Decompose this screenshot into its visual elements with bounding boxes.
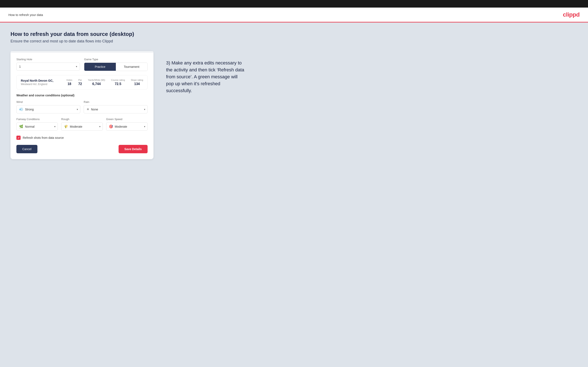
tournament-button[interactable]: Tournament bbox=[116, 63, 147, 71]
starting-hole-select[interactable]: 1 10 bbox=[17, 63, 80, 70]
rain-label: Rain bbox=[84, 100, 147, 103]
green-speed-icon: 🎯 bbox=[109, 125, 113, 128]
button-row: Cancel Save Details bbox=[16, 145, 147, 153]
wind-dropdown[interactable]: 💨 Strong ▾ bbox=[16, 105, 80, 113]
green-speed-chevron-icon: ▾ bbox=[144, 125, 145, 128]
rain-chevron-icon: ▾ bbox=[144, 108, 145, 111]
refresh-label: Refresh shots from data source bbox=[23, 136, 64, 139]
par-stat: Par 72 bbox=[78, 79, 82, 86]
main-content: How to refresh your data from source (de… bbox=[0, 23, 588, 367]
wind-icon: 💨 bbox=[19, 107, 23, 111]
fairway-group: Fairway Conditions 🌿 Normal ▾ bbox=[16, 117, 58, 131]
page-subheading: Ensure the correct and most up to date d… bbox=[10, 39, 578, 43]
holes-label: Holes bbox=[66, 79, 72, 81]
green-speed-value: Moderate bbox=[115, 125, 140, 128]
holes-stat: Holes 18 bbox=[66, 79, 72, 86]
header: How to refresh your data clippd bbox=[0, 8, 588, 23]
holes-value: 18 bbox=[66, 82, 72, 86]
course-location: Westward Ho!, England bbox=[21, 83, 53, 86]
course-rating-label: Course rating bbox=[111, 79, 125, 81]
course-stats: Holes 18 Par 72 Yards/White (M)) 6,744 C… bbox=[66, 79, 143, 86]
green-speed-group: Green Speed 🎯 Moderate ▾ bbox=[106, 117, 147, 131]
course-name: Royal North Devon GC, bbox=[21, 79, 53, 82]
rain-dropdown[interactable]: ☀ None ▾ bbox=[84, 105, 147, 113]
refresh-checkbox[interactable] bbox=[16, 136, 21, 140]
cancel-button[interactable]: Cancel bbox=[16, 145, 37, 153]
rain-icon: ☀ bbox=[86, 107, 89, 111]
form-card: Starting Hole 1 10 ▾ Game Type Practice … bbox=[10, 51, 154, 159]
rough-group: Rough 🌾 Moderate ▾ bbox=[61, 117, 103, 131]
course-name-location: Royal North Devon GC, Westward Ho!, Engl… bbox=[21, 79, 53, 86]
fairway-chevron-icon: ▾ bbox=[54, 125, 55, 128]
rough-dropdown[interactable]: 🌾 Moderate ▾ bbox=[61, 122, 103, 131]
wind-value: Strong bbox=[25, 108, 72, 111]
rough-chevron-icon: ▾ bbox=[99, 125, 101, 128]
slope-rating-stat: Slope rating 134 bbox=[131, 79, 143, 86]
fairway-icon: 🌿 bbox=[19, 125, 23, 128]
wind-group: Wind 💨 Strong ▾ bbox=[16, 100, 80, 113]
side-text: 3) Make any extra edits necessary to the… bbox=[166, 51, 246, 94]
fairway-label: Fairway Conditions bbox=[16, 117, 58, 121]
rain-group: Rain ☀ None ▾ bbox=[84, 100, 147, 113]
conditions-title: Weather and course conditions (optional) bbox=[16, 94, 147, 97]
top-bar bbox=[0, 0, 588, 8]
save-details-button[interactable]: Save Details bbox=[119, 145, 148, 153]
starting-hole-game-type-row: Starting Hole 1 10 ▾ Game Type Practice … bbox=[16, 58, 147, 71]
starting-hole-label: Starting Hole bbox=[16, 58, 80, 61]
rough-label: Rough bbox=[61, 117, 103, 121]
course-rating-stat: Course rating 72.5 bbox=[111, 79, 125, 86]
content-row: Starting Hole 1 10 ▾ Game Type Practice … bbox=[10, 51, 578, 159]
refresh-checkbox-row: Refresh shots from data source bbox=[16, 136, 147, 140]
game-type-label: Game Type bbox=[84, 58, 147, 61]
header-title: How to refresh your data bbox=[9, 13, 43, 17]
practice-button[interactable]: Practice bbox=[84, 63, 116, 71]
par-value: 72 bbox=[78, 82, 82, 86]
green-speed-label: Green Speed bbox=[106, 117, 147, 121]
game-type-buttons: Practice Tournament bbox=[84, 63, 147, 71]
card-top-bar bbox=[10, 51, 154, 53]
par-label: Par bbox=[78, 79, 82, 81]
course-rating-value: 72.5 bbox=[111, 82, 125, 86]
rain-value: None bbox=[91, 108, 140, 111]
side-instruction: 3) Make any extra edits necessary to the… bbox=[166, 59, 246, 94]
game-type-group: Game Type Practice Tournament bbox=[84, 58, 147, 71]
wind-rain-row: Wind 💨 Strong ▾ Rain ☀ None ▾ bbox=[16, 100, 147, 113]
fairway-dropdown[interactable]: 🌿 Normal ▾ bbox=[16, 122, 58, 131]
yards-label: Yards/White (M)) bbox=[88, 79, 105, 81]
wind-label: Wind bbox=[16, 100, 80, 103]
slope-rating-label: Slope rating bbox=[131, 79, 143, 81]
green-speed-dropdown[interactable]: 🎯 Moderate ▾ bbox=[106, 122, 147, 131]
course-info-box: Royal North Devon GC, Westward Ho!, Engl… bbox=[16, 75, 147, 89]
logo: clippd bbox=[563, 11, 579, 18]
fairway-value: Normal bbox=[25, 125, 50, 128]
rough-value: Moderate bbox=[70, 125, 95, 128]
starting-hole-group: Starting Hole 1 10 ▾ bbox=[16, 58, 80, 71]
page-heading: How to refresh your data from source (de… bbox=[10, 31, 578, 37]
yards-stat: Yards/White (M)) 6,744 bbox=[88, 79, 105, 86]
fairway-rough-green-row: Fairway Conditions 🌿 Normal ▾ Rough 🌾 Mo… bbox=[16, 117, 147, 131]
slope-rating-value: 134 bbox=[131, 82, 143, 86]
starting-hole-select-wrapper[interactable]: 1 10 ▾ bbox=[16, 63, 80, 71]
yards-value: 6,744 bbox=[88, 82, 105, 86]
rough-icon: 🌾 bbox=[64, 125, 68, 128]
wind-chevron-icon: ▾ bbox=[77, 108, 78, 111]
